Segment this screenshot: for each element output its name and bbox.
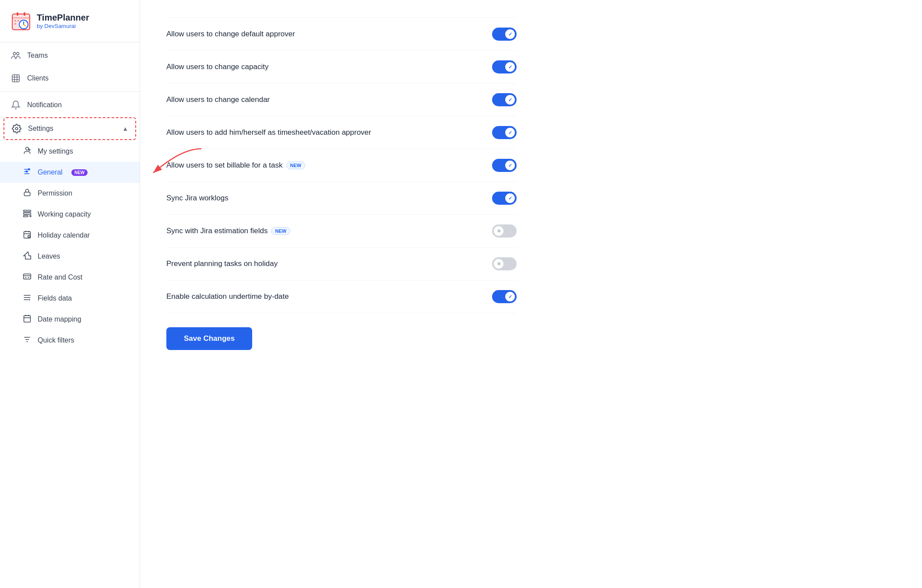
sidebar-sub-item-quick-filters[interactable]: Quick filters — [0, 330, 140, 351]
toggle-default-approver[interactable] — [492, 28, 517, 41]
app-subtitle: by DevSamurai — [37, 23, 89, 29]
rate-and-cost-label: Rate and Cost — [38, 273, 82, 281]
svg-point-13 — [17, 52, 19, 55]
toggle-knob-sync-worklogs — [505, 193, 515, 203]
quick-filters-label: Quick filters — [38, 336, 74, 344]
toggle-billable-task[interactable] — [492, 159, 517, 172]
toggle-slider-default-approver — [492, 28, 517, 41]
sidebar-sub-item-working-capacity[interactable]: Working capacity — [0, 204, 140, 225]
permission-label: Permission — [38, 189, 72, 197]
save-changes-button[interactable]: Save Changes — [166, 327, 252, 350]
setting-label-default-approver: Allow users to change default approver — [166, 30, 295, 38]
svg-point-22 — [26, 171, 28, 172]
sidebar-sub-item-permission[interactable]: Permission — [0, 183, 140, 204]
setting-row-sync-estimation: Sync with Jira estimation fieldsNEW — [166, 215, 517, 248]
toggle-change-capacity[interactable] — [492, 60, 517, 74]
svg-point-41 — [29, 299, 30, 300]
svg-point-17 — [28, 149, 30, 150]
svg-rect-3 — [12, 18, 30, 18]
svg-rect-11 — [14, 23, 16, 24]
setting-row-change-capacity: Allow users to change capacity — [166, 51, 517, 84]
fields-data-icon — [23, 293, 32, 304]
teams-icon — [11, 50, 21, 61]
app-logo — [11, 10, 32, 32]
setting-row-default-approver: Allow users to change default approver — [166, 18, 517, 51]
setting-badge-billable-task: NEW — [286, 161, 306, 169]
toggle-knob-prevent-holiday — [494, 259, 503, 269]
sidebar-item-clients[interactable]: Clients — [0, 67, 140, 90]
setting-label-sync-worklogs: Sync Jira worklogs — [166, 194, 229, 203]
svg-rect-9 — [14, 20, 16, 21]
toggle-sync-estimation[interactable] — [492, 224, 517, 238]
app-name: TimePlanner — [37, 13, 89, 23]
permission-icon — [23, 188, 32, 199]
teams-label: Teams — [27, 52, 48, 60]
setting-label-prevent-holiday: Prevent planning tasks on holiday — [166, 259, 278, 268]
my-settings-icon — [23, 146, 32, 157]
setting-label-change-capacity: Allow users to change capacity — [166, 63, 268, 71]
svg-rect-34 — [24, 274, 31, 279]
svg-point-16 — [26, 147, 29, 150]
my-settings-label: My settings — [38, 147, 73, 155]
svg-rect-23 — [24, 192, 30, 196]
svg-rect-25 — [24, 213, 31, 214]
toggle-slider-change-capacity — [492, 60, 517, 74]
svg-rect-10 — [18, 20, 19, 21]
svg-point-21 — [28, 168, 30, 170]
toggle-knob-change-capacity — [505, 62, 515, 72]
leaves-icon — [23, 251, 32, 262]
sidebar-sub-item-general[interactable]: General NEW — [0, 162, 140, 183]
logo-text: TimePlanner by DevSamurai — [37, 13, 89, 29]
sidebar-sub-item-leaves[interactable]: Leaves — [0, 246, 140, 267]
toggle-slider-add-approver — [492, 126, 517, 139]
toggle-add-approver[interactable] — [492, 126, 517, 139]
sidebar-sub-item-rate-and-cost[interactable]: Rate and Cost — [0, 267, 140, 288]
svg-rect-42 — [24, 315, 31, 322]
settings-icon — [11, 123, 22, 134]
toggle-change-calendar[interactable] — [492, 93, 517, 106]
sidebar-item-teams[interactable]: Teams — [0, 44, 140, 67]
setting-row-add-approver: Allow users to add him/herself as timesh… — [166, 116, 517, 149]
leaves-label: Leaves — [38, 252, 60, 260]
setting-label-undertime: Enable calculation undertime by-date — [166, 292, 289, 301]
working-capacity-icon — [23, 209, 32, 220]
setting-row-billable-task: Allow users to set billable for a taskNE… — [166, 149, 517, 182]
sidebar-sub-item-holiday-calendar[interactable]: Holiday calendar — [0, 225, 140, 246]
setting-label-billable-task: Allow users to set billable for a taskNE… — [166, 161, 305, 170]
sidebar: TimePlanner by DevSamurai Teams Clients — [0, 0, 140, 588]
general-label: General — [38, 168, 63, 176]
sidebar-divider-mid — [0, 91, 140, 92]
toggle-slider-change-calendar — [492, 93, 517, 106]
fields-data-label: Fields data — [38, 294, 72, 302]
toggle-knob-undertime — [505, 292, 515, 301]
svg-rect-14 — [12, 75, 20, 82]
toggle-prevent-holiday[interactable] — [492, 257, 517, 270]
toggle-knob-default-approver — [505, 29, 515, 39]
setting-badge-sync-estimation: NEW — [271, 227, 290, 235]
setting-row-prevent-holiday: Prevent planning tasks on holiday — [166, 248, 517, 280]
settings-label: Settings — [28, 125, 53, 133]
sidebar-sub-item-date-mapping[interactable]: Date mapping — [0, 309, 140, 330]
settings-list: Allow users to change default approverAl… — [166, 18, 517, 313]
toggle-slider-prevent-holiday — [492, 257, 517, 270]
setting-row-change-calendar: Allow users to change calendar — [166, 84, 517, 116]
sidebar-sub-item-fields-data[interactable]: Fields data — [0, 288, 140, 309]
toggle-undertime[interactable] — [492, 290, 517, 303]
date-mapping-label: Date mapping — [38, 315, 81, 323]
svg-rect-26 — [24, 215, 28, 217]
general-icon — [23, 167, 32, 178]
setting-label-change-calendar: Allow users to change calendar — [166, 95, 270, 104]
sidebar-item-settings[interactable]: Settings ▲ — [4, 117, 136, 140]
sidebar-sub-item-my-settings[interactable]: My settings — [0, 141, 140, 162]
toggle-slider-sync-worklogs — [492, 192, 517, 205]
toggle-slider-sync-estimation — [492, 224, 517, 238]
settings-chevron-icon: ▲ — [122, 125, 128, 132]
quick-filters-icon — [23, 335, 32, 346]
date-mapping-icon — [23, 314, 32, 325]
settings-sub-menu: My settings General NEW — [0, 141, 140, 351]
sidebar-item-notification[interactable]: Notification — [0, 94, 140, 116]
setting-row-sync-worklogs: Sync Jira worklogs — [166, 182, 517, 215]
clients-icon — [11, 73, 21, 84]
holiday-calendar-label: Holiday calendar — [38, 231, 90, 239]
toggle-sync-worklogs[interactable] — [492, 192, 517, 205]
